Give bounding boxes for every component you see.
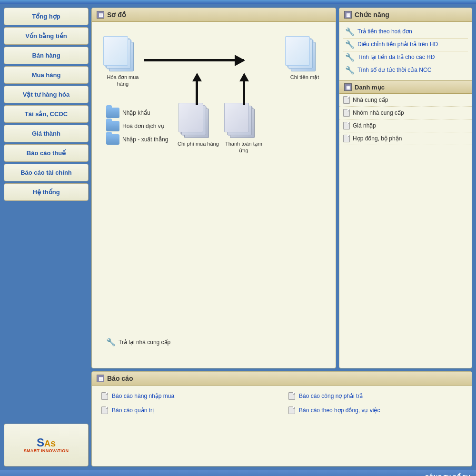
baocao-panel: ▦ Báo cáo Báo cáo hàng nhập mua Báo cáo … <box>91 371 472 466</box>
nhap-xuat-label: Nhập - xuất thẳng <box>122 136 168 143</box>
dm-label-1: Nhà cung cấp <box>353 97 388 103</box>
func-icon-2: 🔧 <box>345 41 355 49</box>
dm-item-2[interactable]: Nhóm nhà cung cấp <box>339 107 472 119</box>
sidebar-item-mua-hang[interactable]: Mua hàng <box>4 66 89 84</box>
danhmuc-header: ▦ Danh mục <box>339 80 472 94</box>
dm-item-4[interactable]: Hợp đồng, bộ phận <box>339 132 472 145</box>
bottom-bar: CÔNG TY CỔ PH <box>0 470 476 476</box>
sodo-content: Hóa đơn muahàng <box>92 22 336 368</box>
danhmuc-list: Nhà cung cấp Nhóm nhà cung cấp Giá nhập … <box>339 94 472 145</box>
content-area: ▦ Sơ đồ Hóa đơn muahàng <box>91 8 472 466</box>
left-list: Nhập khẩu Hoá đơn dịch vụ Nhập - xuất th… <box>106 108 168 148</box>
folder-icon <box>106 108 119 118</box>
bc-label-2: Báo cáo quản trị <box>112 407 154 414</box>
top-section: ▦ Sơ đồ Hóa đơn muahàng <box>91 8 472 368</box>
sodo-title: Sơ đồ <box>107 11 126 19</box>
nhap-xuat-thang-item[interactable]: Nhập - xuất thẳng <box>106 134 168 145</box>
sidebar-item-bao-cao-tai-chinh[interactable]: Báo cáo tài chính <box>4 164 89 181</box>
folder-icon-3 <box>106 134 119 145</box>
sidebar-item-ban-hang[interactable]: Bán hàng <box>4 47 89 64</box>
baocao-header: ▦ Báo cáo <box>92 372 472 386</box>
func-icon-1: 🔧 <box>345 28 355 36</box>
dm-doc-icon-2 <box>343 109 350 117</box>
bc-item-2[interactable]: Báo cáo quản trị <box>99 405 277 416</box>
chucnang-panel: ▦ Chức năng 🔧 Trả tiền theo hoá đơn 🔧 Đi… <box>339 8 472 368</box>
bc-label-3: Báo cáo công nợ phải trả <box>299 393 363 399</box>
func-icon-3: 🔧 <box>345 54 355 61</box>
sidebar-item-von-bang-tien[interactable]: Vốn bằng tiền <box>4 27 89 45</box>
bc-item-4[interactable]: Báo cáo theo hợp đồng, vụ việc <box>287 405 464 416</box>
wrench-icon: 🔧 <box>106 338 116 346</box>
nhap-khau-label: Nhập khẩu <box>122 109 150 116</box>
baocao-icon: ▦ <box>97 375 104 382</box>
chi-phi-mua-hang-icon[interactable]: Chi phí mua hàng <box>178 103 219 147</box>
bc-doc-icon-1 <box>101 392 108 400</box>
bc-label-1: Báo cáo hàng nhập mua <box>112 393 174 399</box>
bc-label-4: Báo cáo theo hợp đồng, vụ việc <box>299 407 380 414</box>
top-bar <box>0 0 476 4</box>
arrow-up-1 <box>196 81 198 105</box>
dm-doc-icon-1 <box>343 96 350 104</box>
dm-label-3: Giá nhập <box>353 122 376 129</box>
diagram-area: Hóa đơn muahàng <box>97 27 331 363</box>
thanh-toan-label: Thanh toán tạmứng <box>225 140 262 154</box>
sidebar: Tổng hợp Vốn bằng tiền Bán hàng Mua hàng… <box>4 8 89 466</box>
hoa-don-dich-vu-item[interactable]: Hoá đơn dịch vụ <box>106 121 168 131</box>
sidebar-item-tong-hop[interactable]: Tổng hợp <box>4 8 89 25</box>
hoa-don-label: Hóa đơn muahàng <box>107 74 139 88</box>
chucnang-icon: ▦ <box>344 11 352 19</box>
danhmuc-title: Danh mục <box>355 84 385 91</box>
dm-item-3[interactable]: Giá nhập <box>339 119 472 132</box>
tra-lai-item[interactable]: 🔧 Trả lại nhà cung cấp <box>106 338 170 346</box>
chi-phi-label: Chi phí mua hàng <box>178 140 219 147</box>
bc-doc-icon-3 <box>288 392 295 400</box>
bc-doc-icon-2 <box>101 407 108 414</box>
thanh-toan-tam-ung-icon[interactable]: Thanh toán tạmứng <box>225 103 262 154</box>
sidebar-item-tai-san-ccdc[interactable]: Tài sản, CCDC <box>4 105 89 123</box>
chucnang-content: 🔧 Trả tiền theo hoá đơn 🔧 Điều chỉnh tiề… <box>339 22 472 80</box>
hoa-don-dv-label: Hoá đơn dịch vụ <box>122 123 165 129</box>
func-item-4[interactable]: 🔧 Tính số dư tức thời của NCC <box>343 64 468 77</box>
sidebar-logo: SAs SMART INNOVATION <box>4 424 89 466</box>
func-label-2: Điều chỉnh tiền phải trả trên HĐ <box>357 41 438 48</box>
func-item-1[interactable]: 🔧 Trả tiền theo hoá đơn <box>343 26 468 39</box>
sodo-panel: ▦ Sơ đồ Hóa đơn muahàng <box>91 8 336 368</box>
func-label-4: Tính số dư tức thời của NCC <box>357 67 431 73</box>
sidebar-item-bao-cao-thue[interactable]: Báo cáo thuế <box>4 144 89 162</box>
baocao-content: Báo cáo hàng nhập mua Báo cáo công nợ ph… <box>92 386 472 421</box>
func-label-3: Tính lại tiền đã trả cho các HĐ <box>357 54 435 60</box>
dm-doc-icon-4 <box>343 135 350 142</box>
arrow-right <box>144 54 244 66</box>
sidebar-item-gia-thanh[interactable]: Giá thành <box>4 125 89 142</box>
company-name: CÔNG TY CỔ PH <box>425 474 470 476</box>
bc-item-1[interactable]: Báo cáo hàng nhập mua <box>99 390 277 402</box>
chucnang-header: ▦ Chức năng <box>339 8 472 22</box>
sidebar-item-vat-tu-hang-hoa[interactable]: Vật tư hàng hóa <box>4 86 89 103</box>
func-item-2[interactable]: 🔧 Điều chỉnh tiền phải trả trên HĐ <box>343 39 468 51</box>
danhmuc-icon: ▦ <box>344 83 352 91</box>
bc-item-3[interactable]: Báo cáo công nợ phải trả <box>287 390 464 402</box>
dm-label-4: Hợp đồng, bộ phận <box>353 135 402 142</box>
func-label-1: Trả tiền theo hoá đơn <box>357 28 412 35</box>
sodo-icon: ▦ <box>97 11 104 19</box>
dm-doc-icon-3 <box>343 122 350 129</box>
tra-lai-label: Trả lại nhà cung cấp <box>119 339 170 346</box>
nhap-khau-item[interactable]: Nhập khẩu <box>106 108 168 118</box>
func-icon-4: 🔧 <box>345 67 355 74</box>
chi-tien-mat-icon[interactable]: Chi tiền mặt <box>288 36 321 80</box>
chi-tien-mat-label: Chi tiền mặt <box>290 74 319 80</box>
chucnang-title: Chức năng <box>355 11 389 19</box>
func-item-3[interactable]: 🔧 Tính lại tiền đã trả cho các HĐ <box>343 51 468 64</box>
sidebar-item-he-thong[interactable]: Hệ thống <box>4 183 89 201</box>
dm-label-2: Nhóm nhà cung cấp <box>353 109 404 116</box>
logo-text: SMART INNOVATION <box>24 448 69 453</box>
logo-letters: SAs <box>37 437 56 448</box>
main-container: Tổng hợp Vốn bằng tiền Bán hàng Mua hàng… <box>0 4 476 470</box>
folder-icon-2 <box>106 121 119 131</box>
hoa-don-mua-hang-icon[interactable]: Hóa đơn muahàng <box>106 36 139 88</box>
arrow-up-2 <box>243 81 245 105</box>
dm-item-1[interactable]: Nhà cung cấp <box>339 94 472 107</box>
sodo-header: ▦ Sơ đồ <box>92 8 336 22</box>
bc-doc-icon-4 <box>288 407 295 414</box>
baocao-title: Báo cáo <box>107 375 133 382</box>
